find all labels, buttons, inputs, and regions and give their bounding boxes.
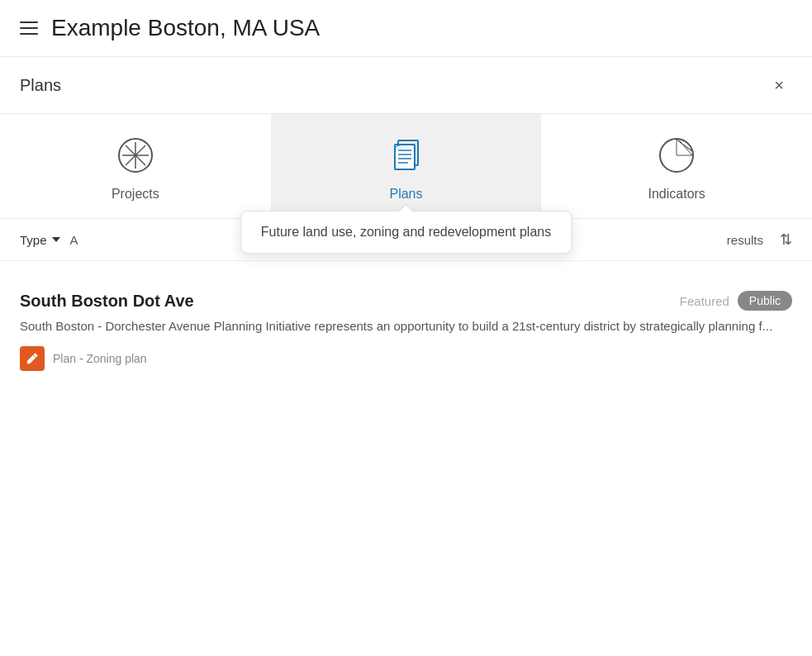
results-list: South Boston Dot Ave Featured Public Sou…	[0, 261, 812, 384]
result-description: South Boston - Dorchester Avenue Plannin…	[20, 317, 792, 336]
type-filter-button[interactable]: Type	[20, 233, 60, 247]
result-header: South Boston Dot Ave Featured Public	[20, 291, 792, 311]
tab-projects[interactable]: Projects	[0, 114, 271, 218]
table-row[interactable]: South Boston Dot Ave Featured Public Sou…	[20, 278, 792, 384]
result-meta: Featured Public	[680, 291, 792, 311]
page-title: Example Boston, MA USA	[51, 15, 320, 41]
results-count-label: results	[727, 233, 763, 247]
tab-projects-label: Projects	[112, 187, 159, 202]
indicators-icon	[655, 134, 698, 177]
filter-bar: Plans ×	[0, 57, 812, 114]
tab-indicators[interactable]: Indicators	[541, 114, 812, 218]
tab-indicators-label: Indicators	[648, 187, 705, 202]
pencil-icon	[26, 352, 39, 365]
area-filter-label: A	[70, 233, 78, 247]
result-type-label: Plan - Zoning plan	[53, 352, 147, 365]
filter-row-container: Type A results ⇅ Future land use, zoning…	[0, 219, 812, 261]
result-type-row: Plan - Zoning plan	[20, 346, 792, 371]
app-header: Example Boston, MA USA	[0, 0, 812, 57]
chevron-down-icon	[52, 237, 60, 242]
sort-icon[interactable]: ⇅	[780, 231, 792, 249]
projects-icon	[114, 134, 157, 177]
zoning-plan-icon-box	[20, 346, 45, 371]
featured-label: Featured	[680, 294, 729, 308]
plans-icon	[385, 134, 428, 177]
plans-tooltip: Future land use, zoning and redevelopmen…	[240, 211, 572, 254]
public-badge: Public	[738, 291, 792, 311]
tab-plans-label: Plans	[389, 187, 422, 202]
hamburger-menu-button[interactable]	[20, 21, 38, 35]
filter-bar-label: Plans	[20, 76, 61, 95]
close-button[interactable]: ×	[766, 72, 792, 98]
result-title: South Boston Dot Ave	[20, 292, 194, 311]
